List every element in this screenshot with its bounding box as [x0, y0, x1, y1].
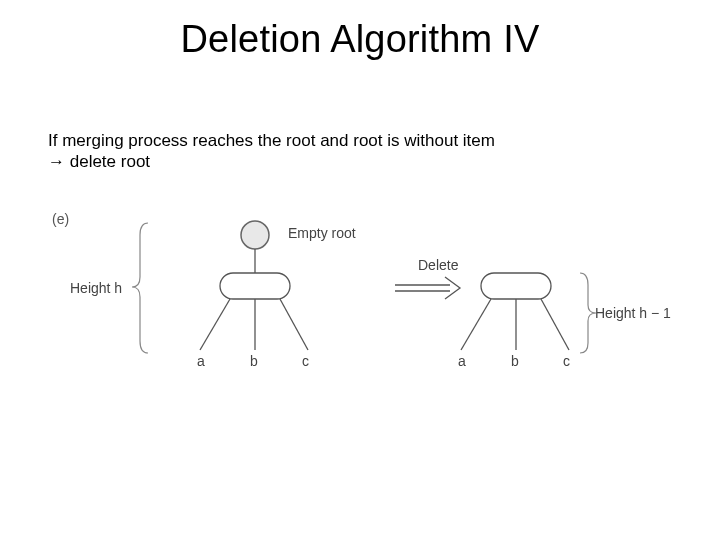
- brace-right: [580, 273, 596, 353]
- arrow-icon: [395, 277, 460, 299]
- edge-n1-c: [280, 299, 308, 350]
- root-node-icon: [241, 221, 269, 249]
- slide-title: Deletion Algorithm IV: [0, 18, 720, 61]
- edge-n1-a: [200, 299, 230, 350]
- node2-roundrect: [481, 273, 551, 299]
- figure-svg: [40, 205, 680, 425]
- edge-n2-c: [541, 299, 569, 350]
- figure-area: (e) Height h Empty root Delete Height h …: [40, 205, 680, 425]
- edge-n2-a: [461, 299, 491, 350]
- body-text: If merging process reaches the root and …: [48, 130, 668, 173]
- node1-roundrect: [220, 273, 290, 299]
- brace-left: [132, 223, 148, 353]
- body-line-1: If merging process reaches the root and …: [48, 131, 495, 150]
- body-line-2: → delete root: [48, 152, 150, 171]
